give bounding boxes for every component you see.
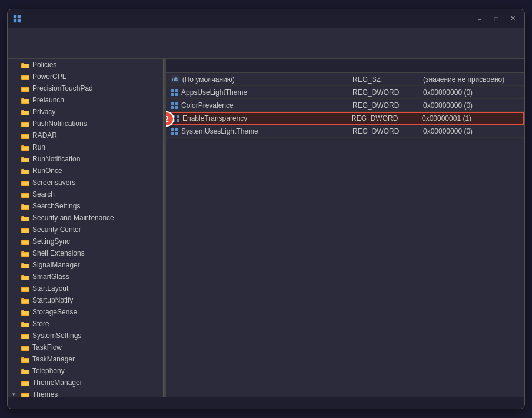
value-type-cell: REG_DWORD xyxy=(348,99,418,111)
svg-rect-9 xyxy=(22,76,29,79)
folder-icon xyxy=(21,203,30,210)
tree-item-label: ThemeManager xyxy=(32,379,82,387)
svg-rect-104 xyxy=(171,102,174,105)
value-data-cell: 0x00000000 (0) xyxy=(418,125,524,137)
svg-rect-21 xyxy=(22,123,29,127)
title-bar: – □ ✕ xyxy=(8,9,524,28)
menu-favorites[interactable] xyxy=(48,34,59,37)
tree-item-storagesense[interactable]: StorageSense xyxy=(8,306,163,318)
svg-rect-18 xyxy=(22,111,29,115)
svg-rect-72 xyxy=(22,323,29,327)
svg-rect-0 xyxy=(14,15,16,18)
svg-rect-113 xyxy=(175,128,178,131)
tree-item-powercpl[interactable]: PowerCPL xyxy=(8,71,163,82)
registry-editor-window: – □ ✕ Policies PowerCPL PrecisionTouchPa… xyxy=(7,9,525,409)
tree-item-label: SettingSync xyxy=(32,237,70,246)
tree-item-privacy[interactable]: Privacy xyxy=(8,106,163,118)
tree-item-security-and-maintenance[interactable]: Security and Maintenance xyxy=(8,212,163,224)
svg-rect-1 xyxy=(18,15,21,18)
tree-item-prelaunch[interactable]: Prelaunch xyxy=(8,94,163,106)
menu-help[interactable] xyxy=(59,34,71,37)
tree-item-runonce[interactable]: RunOnce xyxy=(8,165,163,177)
folder-icon xyxy=(21,285,30,293)
svg-rect-101 xyxy=(175,89,178,92)
folder-icon xyxy=(21,332,30,340)
registry-values-pane[interactable]: ab(По умолчанию)REG_SZ(значение не присв… xyxy=(166,59,524,397)
registry-value-row[interactable]: EnableTransparencyREG_DWORD0x00000001 (1… xyxy=(166,112,524,125)
tree-item-telephony[interactable]: Telephony xyxy=(8,365,163,377)
tree-item-taskflow[interactable]: TaskFlow xyxy=(8,341,163,353)
folder-icon xyxy=(21,308,30,316)
menu-edit[interactable] xyxy=(24,34,36,37)
close-button[interactable]: ✕ xyxy=(506,13,520,25)
tree-item-screensavers[interactable]: Screensavers xyxy=(8,177,163,188)
menu-file[interactable] xyxy=(12,34,24,37)
tree-item-label: Prelaunch xyxy=(32,96,64,104)
svg-rect-114 xyxy=(171,132,174,135)
tree-item-shell-extensions[interactable]: Shell Extensions xyxy=(8,247,163,259)
tree-item-startlayout[interactable]: StartLayout xyxy=(8,283,163,294)
svg-rect-69 xyxy=(22,311,29,315)
tree-item-themes[interactable]: ▾Themes xyxy=(8,389,163,397)
registry-value-row[interactable]: AppsUseLightThemeREG_DWORD0x00000000 (0) xyxy=(166,86,524,99)
tree-item-label: Store xyxy=(32,320,49,328)
tree-item-settingsync[interactable]: SettingSync xyxy=(8,235,163,247)
value-name-cell: AppsUseLightTheme xyxy=(166,86,348,98)
tree-item-label: RADAR xyxy=(32,131,57,140)
tree-item-label: TaskManager xyxy=(32,355,75,363)
tree-item-startupnotify[interactable]: StartupNotify xyxy=(8,294,163,306)
registry-value-row[interactable]: ColorPrevalenceREG_DWORD0x00000000 (0) xyxy=(166,99,524,112)
tree-item-smartglass[interactable]: SmartGlass xyxy=(8,271,163,283)
tree-item-signalmanager[interactable]: SignalManager xyxy=(8,259,163,271)
svg-rect-100 xyxy=(171,89,174,92)
svg-rect-106 xyxy=(171,106,174,109)
registry-value-row[interactable]: ab(По умолчанию)REG_SZ(значение не присв… xyxy=(166,73,524,86)
tree-item-security-center[interactable]: Security Center xyxy=(8,224,163,235)
svg-rect-107 xyxy=(175,106,178,109)
value-name-cell: ab(По умолчанию) xyxy=(166,73,348,85)
tree-item-policies[interactable]: Policies xyxy=(8,59,163,71)
status-bar xyxy=(8,397,524,409)
folder-icon xyxy=(21,226,30,234)
folder-icon xyxy=(21,250,30,257)
expand-arrow-icon: ▾ xyxy=(12,392,19,397)
menu-view[interactable] xyxy=(36,34,48,37)
registry-value-row[interactable]: SystemUsesLightThemeREG_DWORD0x00000000 … xyxy=(166,125,524,138)
value-data-cell: 0x00000001 (1) xyxy=(417,113,523,124)
tree-item-precisiontouchpad[interactable]: PrecisionTouchPad xyxy=(8,82,163,94)
tree-item-label: SystemSettings xyxy=(32,331,81,340)
tree-item-searchsettings[interactable]: SearchSettings xyxy=(8,200,163,212)
folder-icon xyxy=(21,261,30,269)
tree-item-runnotification[interactable]: RunNotification xyxy=(8,153,163,165)
svg-rect-105 xyxy=(175,102,178,105)
folder-icon xyxy=(21,214,30,222)
value-data-cell: 0x00000000 (0) xyxy=(418,99,524,111)
registry-tree[interactable]: Policies PowerCPL PrecisionTouchPad Prel… xyxy=(8,59,164,397)
main-content: Policies PowerCPL PrecisionTouchPad Prel… xyxy=(8,59,524,397)
svg-rect-57 xyxy=(22,264,29,268)
tree-item-label: SearchSettings xyxy=(32,202,80,210)
svg-rect-81 xyxy=(22,359,29,362)
tree-item-pushnotifications[interactable]: PushNotifications xyxy=(8,118,163,130)
minimize-button[interactable]: – xyxy=(473,13,487,25)
tree-item-search[interactable]: Search xyxy=(8,188,163,200)
tree-item-label: PushNotifications xyxy=(32,120,87,128)
tree-item-label: SmartGlass xyxy=(32,273,69,281)
svg-rect-3 xyxy=(18,19,21,22)
svg-rect-45 xyxy=(22,217,29,221)
svg-rect-2 xyxy=(14,19,16,22)
svg-rect-78 xyxy=(22,347,29,350)
tree-item-run[interactable]: Run xyxy=(8,141,163,153)
tree-item-store[interactable]: Store xyxy=(8,318,163,330)
tree-item-taskmanager[interactable]: TaskManager xyxy=(8,353,163,365)
folder-icon xyxy=(21,379,30,387)
value-data-cell: (значение не присвоено) xyxy=(418,73,524,85)
folder-icon xyxy=(21,356,30,363)
maximize-button[interactable]: □ xyxy=(489,13,503,25)
tree-item-radar[interactable]: RADAR xyxy=(8,130,163,141)
value-type-cell: REG_DWORD xyxy=(348,125,418,137)
folder-icon xyxy=(21,320,30,328)
tree-item-label: Search xyxy=(32,190,55,198)
tree-item-systemsettings[interactable]: SystemSettings xyxy=(8,330,163,341)
tree-item-thememanager[interactable]: ThemeManager xyxy=(8,377,163,389)
